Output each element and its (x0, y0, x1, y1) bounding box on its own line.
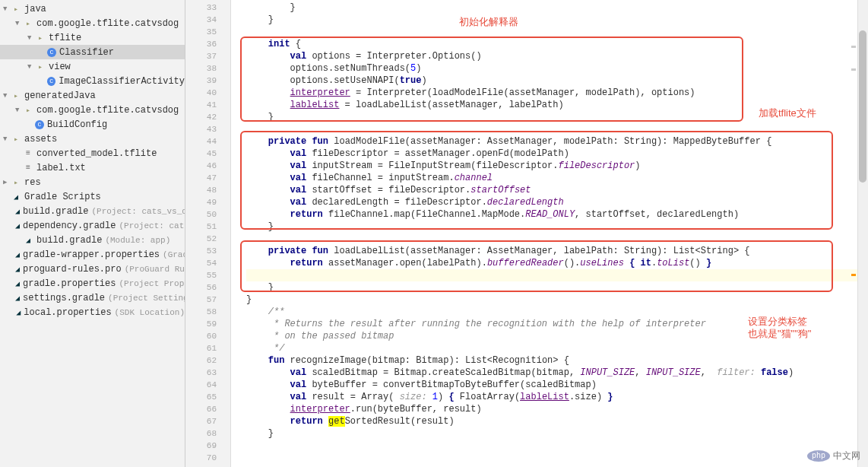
line-number: 44 (185, 135, 217, 148)
tree-item[interactable]: ◢build.gradle(Project: cats_vs_dogs) (0, 204, 185, 218)
tree-item-sublabel: (SDK Location) (115, 308, 185, 317)
folder-icon: ▸ (11, 134, 21, 145)
line-number: 69 (185, 440, 217, 452)
tree-item[interactable]: ▶▸res (0, 175, 185, 189)
file-icon: ≡ (23, 148, 33, 159)
file-icon: ≡ (23, 163, 33, 173)
line-number: 54 (185, 257, 217, 269)
expand-arrow-icon[interactable]: ▼ (3, 135, 11, 143)
line-number: 46 (185, 160, 217, 172)
tree-item[interactable]: CImageClassifierActivity (0, 74, 185, 88)
tree-item[interactable]: ◢gradle.properties(Project Properties) (0, 276, 185, 291)
tree-item[interactable]: ◢proguard-rules.pro(ProGuard Rules f (0, 262, 185, 276)
tree-item-sublabel: (Project Settings) (108, 294, 185, 303)
tree-item-label: local.properties (24, 307, 111, 318)
line-number: 47 (185, 172, 217, 184)
class-icon: C (47, 48, 56, 57)
expand-arrow-icon[interactable]: ▼ (27, 34, 35, 42)
folder-icon: ▸ (35, 62, 46, 72)
tree-item-sublabel: (Project: cats_vs_... (119, 221, 185, 230)
code-editor[interactable]: } } init { val options = Interpreter.Opt… (231, 0, 868, 467)
tree-item[interactable]: ▼▸com.google.tflite.catvsdog (0, 103, 185, 117)
tree-item[interactable]: ◢local.properties(SDK Location) (0, 305, 185, 319)
tree-item[interactable]: ≡label.txt (0, 160, 185, 175)
expand-arrow-icon[interactable]: ▼ (3, 5, 11, 13)
tree-item[interactable]: ▼▸java (0, 2, 185, 16)
scrollbar[interactable] (857, 0, 868, 467)
tree-item-label: tflite (49, 33, 81, 43)
code-line: init { (246, 38, 868, 50)
code-line: options.setUseNNAPI(true) (246, 75, 868, 87)
line-number: 36 (185, 38, 217, 50)
tree-item[interactable]: CBuildConfig (0, 117, 185, 132)
tree-item-label: proguard-rules.pro (23, 264, 122, 275)
tree-item-label: dependency.gradle (23, 221, 116, 231)
tree-item[interactable]: ▼▸generatedJava (0, 88, 185, 103)
line-number: 42 (185, 111, 217, 123)
line-number: 55 (185, 269, 217, 281)
expand-arrow-icon[interactable]: ▼ (3, 92, 11, 100)
code-line: } (246, 427, 868, 440)
code-line: val fileChannel = inputStream.channel (246, 172, 868, 184)
code-line (246, 452, 868, 464)
expand-arrow-icon[interactable]: ▶ (3, 178, 11, 186)
tree-item-label: Classifier (59, 47, 114, 58)
scrollbar-thumb[interactable] (859, 30, 866, 183)
tree-item-label: converted_model.tflite (36, 148, 157, 159)
marker (851, 68, 856, 71)
tree-item-sublabel: (Module: app) (105, 236, 170, 245)
expand-arrow-icon[interactable]: ▼ (27, 63, 35, 71)
tree-item[interactable]: ▼▸com.google.tflite.catvsdog (0, 16, 185, 30)
tree-item-label: build.gradle (23, 206, 88, 217)
expand-arrow-icon[interactable]: ▼ (15, 106, 23, 114)
tree-item[interactable]: ▼▸tflite (0, 30, 185, 45)
gradle-icon: ◢ (11, 192, 21, 202)
line-number: 48 (185, 184, 217, 196)
line-number: 61 (185, 342, 217, 354)
gradle-icon: ◢ (15, 206, 20, 217)
line-number: 52 (185, 233, 217, 245)
code-line: val byteBuffer = convertBitmapToByteBuff… (246, 379, 868, 391)
code-line (246, 464, 868, 467)
tree-item[interactable]: ▼▸assets (0, 132, 185, 146)
tree-item-label: ImageClassifierActivity (59, 76, 185, 87)
tree-item[interactable]: ▼▸view (0, 59, 185, 74)
tree-item-label: com.google.tflite.catvsdog (36, 18, 179, 29)
folder-icon: ▸ (11, 91, 21, 101)
line-number: 51 (185, 221, 217, 233)
tree-item-label: build.gradle (36, 235, 102, 246)
code-line: val inputStream = FileInputStream(fileDe… (246, 160, 868, 172)
marker (851, 274, 856, 276)
watermark: php 中文网 (807, 450, 860, 462)
line-number: 35 (185, 26, 217, 38)
tree-item[interactable]: ◢build.gradle(Module: app) (0, 233, 185, 247)
tree-item[interactable]: ≡converted_model.tflite (0, 146, 185, 160)
code-line: } (246, 221, 868, 233)
code-line: * on the passed bitmap (246, 330, 868, 342)
line-number: 39 (185, 75, 217, 87)
expand-arrow-icon[interactable]: ▼ (15, 20, 23, 27)
code-line: return getSortedResult(result) (246, 415, 868, 427)
line-number: 50 (185, 208, 217, 221)
tree-item[interactable]: ◢gradle-wrapper.properties(Gradle Ve (0, 247, 185, 262)
code-line: val options = Interpreter.Options() (246, 50, 868, 62)
tree-item[interactable]: ◢Gradle Scripts (0, 189, 185, 204)
code-line: } (246, 294, 868, 306)
tree-item-label: label.txt (36, 163, 86, 173)
code-line (246, 440, 868, 452)
line-number: 40 (185, 87, 217, 99)
line-number: 59 (185, 318, 217, 330)
tree-item-sublabel: (Gradle Ve (163, 250, 185, 259)
line-number: 66 (185, 403, 217, 415)
tree-item-label: com.google.tflite.catvsdog (36, 105, 179, 116)
tree-item[interactable]: CClassifier (0, 45, 185, 59)
code-line: } (246, 281, 868, 294)
tree-item-label: Gradle Scripts (24, 192, 101, 202)
line-number: 62 (185, 354, 217, 367)
line-number: 65 (185, 391, 217, 403)
tree-item[interactable]: ◢dependency.gradle(Project: cats_vs_... (0, 218, 185, 233)
tree-item[interactable]: ◢settings.gradle(Project Settings) (0, 291, 185, 305)
tree-item-label: generatedJava (24, 91, 96, 101)
line-number: 67 (185, 415, 217, 427)
folder-icon: ▸ (11, 4, 21, 14)
